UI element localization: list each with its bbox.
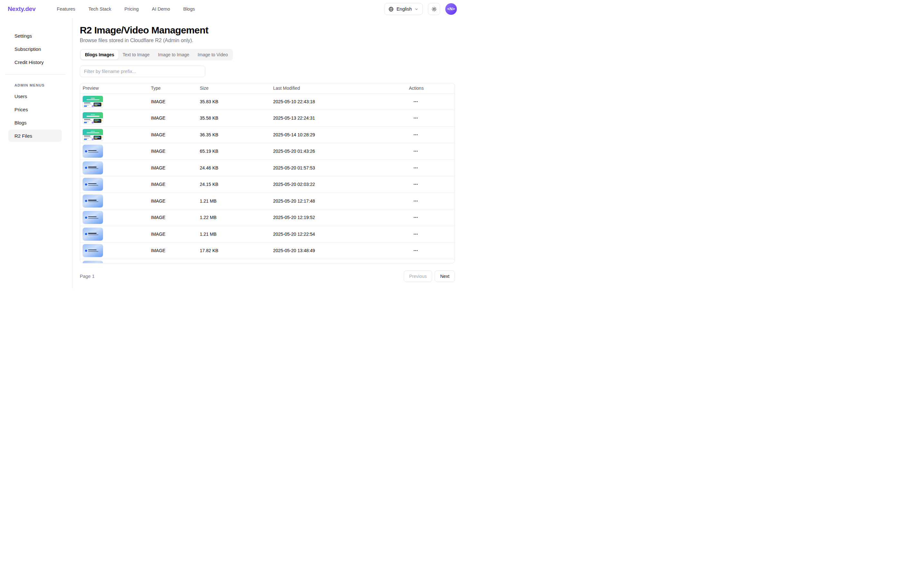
- previous-page-button[interactable]: Previous: [404, 271, 432, 282]
- file-thumbnail: [83, 211, 103, 224]
- language-selector-label: English: [397, 6, 412, 11]
- table-row: IMAGE1.21 MB2025-05-20 12:22:54: [80, 226, 455, 243]
- sidebar-divider: [5, 74, 66, 75]
- nav-link-blogs[interactable]: Blogs: [183, 6, 195, 11]
- row-actions-button[interactable]: [411, 97, 420, 106]
- file-thumbnail: [83, 244, 103, 257]
- file-size: 17.82 KB: [197, 248, 271, 253]
- tab-blogs-images[interactable]: Blogs Images: [81, 50, 118, 60]
- table-row: IMAGE35.58 KB2025-05-13 22:24:31: [80, 110, 455, 127]
- file-last-modified: 2025-05-20 12:17:48: [271, 198, 406, 203]
- file-thumbnail: [83, 129, 103, 140]
- file-type: IMAGE: [148, 248, 197, 253]
- column-header-size: Size: [197, 85, 271, 91]
- nav-link-ai-demo[interactable]: AI Demo: [152, 6, 170, 11]
- row-actions-button[interactable]: [411, 213, 420, 222]
- file-size: 24.15 KB: [197, 182, 271, 187]
- user-avatar[interactable]: <N>: [445, 3, 457, 15]
- table-row: IMAGE24.15 KB2025-05-20 02:03:22: [80, 176, 455, 193]
- file-type: IMAGE: [148, 148, 197, 154]
- theme-toggle-button[interactable]: [428, 3, 440, 15]
- file-type: IMAGE: [148, 165, 197, 171]
- app-shell: SettingsSubscriptionCredit History ADMIN…: [0, 18, 462, 288]
- row-actions-button[interactable]: [411, 230, 420, 239]
- sidebar-admin-items: UsersPricesBlogsR2 Files: [8, 90, 62, 142]
- file-size: 24.46 KB: [197, 165, 271, 171]
- table-row: IMAGE17.82 KB2025-05-20 13:48:49: [80, 242, 455, 259]
- file-last-modified: 2025-05-20 13:48:49: [271, 248, 406, 253]
- file-size: 1.21 MB: [197, 198, 271, 203]
- tab-image-to-image[interactable]: Image to Image: [154, 50, 194, 60]
- sidebar-item-prices[interactable]: Prices: [8, 103, 62, 116]
- files-table: PreviewTypeSizeLast ModifiedActions IMAG…: [80, 83, 455, 263]
- file-thumbnail: [83, 112, 103, 124]
- column-header-actions: Actions: [406, 85, 455, 91]
- sidebar: SettingsSubscriptionCredit History ADMIN…: [0, 18, 73, 288]
- header-controls: English <N>: [384, 3, 457, 15]
- row-actions-button[interactable]: [411, 130, 420, 139]
- file-size: 1.22 MB: [197, 215, 271, 220]
- file-type: IMAGE: [148, 215, 197, 220]
- row-actions-button[interactable]: [411, 114, 420, 122]
- sidebar-item-subscription[interactable]: Subscription: [8, 43, 62, 55]
- column-header-preview: Preview: [80, 85, 148, 91]
- column-header-last-modified: Last Modified: [271, 85, 406, 91]
- file-type: IMAGE: [148, 198, 197, 203]
- next-page-button[interactable]: Next: [435, 271, 455, 282]
- file-last-modified: 2025-05-20 01:57:53: [271, 165, 406, 171]
- more-horizontal-icon: [413, 165, 418, 171]
- sidebar-main-items: SettingsSubscriptionCredit History: [8, 30, 62, 68]
- file-thumbnail: [83, 161, 103, 174]
- row-actions-button[interactable]: [411, 147, 420, 156]
- nav-link-pricing[interactable]: Pricing: [124, 6, 139, 11]
- tab-image-to-video[interactable]: Image to Video: [194, 50, 232, 60]
- row-actions-button[interactable]: [411, 246, 420, 255]
- logo[interactable]: Nexty.dev: [8, 5, 36, 13]
- sidebar-item-blogs[interactable]: Blogs: [8, 116, 62, 129]
- file-thumbnail: [83, 178, 103, 191]
- more-horizontal-icon: [413, 116, 418, 121]
- file-thumbnail: [83, 228, 103, 240]
- sidebar-item-credit-history[interactable]: Credit History: [8, 56, 62, 68]
- file-thumbnail: [83, 195, 103, 208]
- tab-text-to-image[interactable]: Text to Image: [118, 50, 154, 60]
- file-size: 35.58 KB: [197, 116, 271, 121]
- row-actions-button[interactable]: [411, 163, 420, 172]
- sidebar-item-users[interactable]: Users: [8, 90, 62, 102]
- file-thumbnail: [83, 96, 103, 107]
- sidebar-item-r2-files[interactable]: R2 Files: [8, 130, 62, 142]
- nav-link-features[interactable]: Features: [57, 6, 75, 11]
- page-title: R2 Image/Video Management: [80, 24, 455, 36]
- header-nav: FeaturesTech StackPricingAI DemoBlogs: [57, 6, 195, 11]
- sidebar-item-settings[interactable]: Settings: [8, 30, 62, 42]
- file-last-modified: 2025-05-20 01:43:26: [271, 148, 406, 154]
- filename-filter-input[interactable]: [80, 66, 205, 77]
- file-thumbnail: [83, 261, 103, 263]
- more-horizontal-icon: [413, 215, 418, 220]
- file-last-modified: 2025-05-14 10:28:29: [271, 132, 406, 137]
- more-horizontal-icon: [413, 248, 418, 253]
- row-actions-button[interactable]: [411, 197, 420, 206]
- table-row: IMAGE65.19 KB2025-05-20 01:43:26: [80, 143, 455, 160]
- file-last-modified: 2025-05-13 22:24:31: [271, 116, 406, 121]
- column-header-type: Type: [148, 85, 197, 91]
- globe-icon: [388, 6, 394, 12]
- file-size: 36.35 KB: [197, 132, 271, 137]
- file-last-modified: 2025-05-20 12:19:52: [271, 215, 406, 220]
- more-horizontal-icon: [413, 182, 418, 187]
- table-row: IMAGE1.22 MB2025-05-20 12:19:52: [80, 210, 455, 226]
- table-row: [80, 259, 455, 264]
- table-header-row: PreviewTypeSizeLast ModifiedActions: [80, 83, 455, 93]
- more-horizontal-icon: [413, 99, 418, 104]
- tab-bar: Blogs ImagesText to ImageImage to ImageI…: [80, 49, 233, 60]
- file-thumbnail: [83, 145, 103, 158]
- file-type: IMAGE: [148, 232, 197, 237]
- more-horizontal-icon: [413, 232, 418, 237]
- language-selector-button[interactable]: English: [384, 3, 423, 15]
- file-last-modified: 2025-05-10 22:43:18: [271, 99, 406, 104]
- row-actions-button[interactable]: [411, 180, 420, 189]
- page-indicator: Page 1: [80, 274, 95, 279]
- nav-link-tech-stack[interactable]: Tech Stack: [89, 6, 111, 11]
- file-type: IMAGE: [148, 132, 197, 137]
- file-size: 35.83 KB: [197, 99, 271, 104]
